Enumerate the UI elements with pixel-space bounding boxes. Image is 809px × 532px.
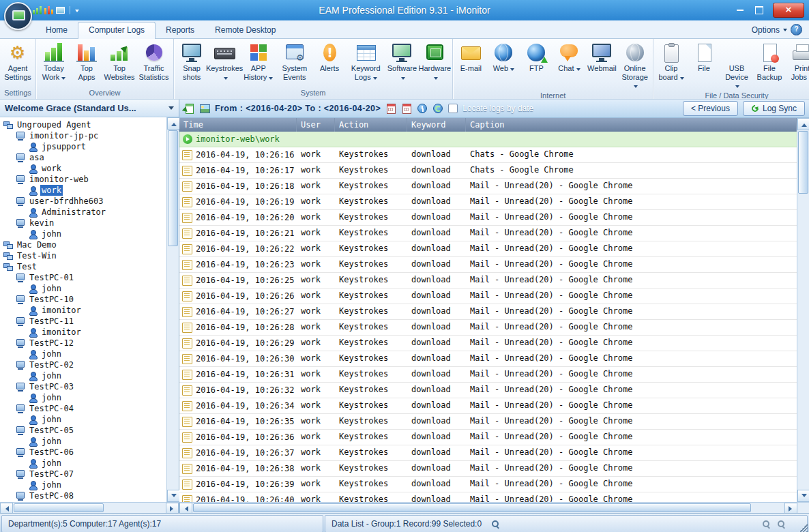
ribbon-button-web[interactable]: Web [487,40,520,74]
tree-item-john[interactable]: john [0,392,166,403]
save-image-icon[interactable] [199,103,210,114]
close-button[interactable]: × [773,3,804,18]
ribbon-button-agent-settings[interactable]: Agent Settings [1,40,34,83]
tree-item-john[interactable]: john [0,228,166,239]
ribbon-button-top-apps[interactable]: Top Apps [70,40,103,83]
sidebar-header[interactable]: Welcome Grace (Standard Us... [0,100,179,117]
tree-item-testpc-10[interactable]: TestPC-10 [0,294,166,305]
table-hscroll-track[interactable] [192,503,784,513]
tree-item-testpc-06[interactable]: TestPC-06 [0,447,166,458]
clock-icon[interactable] [417,103,428,114]
tree-item-test-win[interactable]: Test-Win [0,250,166,261]
tree-item-kevin[interactable]: kevin [0,218,166,228]
ribbon-button-chat[interactable]: Chat [553,40,585,74]
column-header-keyword[interactable]: Keyword [407,118,466,132]
table-row[interactable]: 2016-04-19, 10:26:26workKeystrokesdownlo… [179,289,797,304]
column-header-caption[interactable]: Caption [466,118,797,132]
ribbon-button-keyword-logs[interactable]: Keyword Logs [346,40,385,83]
ribbon-button-software[interactable]: Software [385,40,418,83]
tree-item-testpc-02[interactable]: TestPC-02 [0,359,166,370]
sidebar-scroll-thumb[interactable] [168,130,178,246]
tree-item-john[interactable]: john [0,479,166,490]
tree-item-john[interactable]: john [0,349,166,359]
tree-item-testpc-05[interactable]: TestPC-05 [0,425,166,436]
sidebar-scroll-up-button[interactable] [167,117,180,130]
quick-chart-colored-icon[interactable] [44,6,53,14]
sidebar-hscroll-track[interactable] [13,503,166,513]
table-scroll-thumb[interactable] [798,131,808,194]
tree-item-work[interactable]: work [0,163,166,174]
table-row[interactable]: 2016-04-19, 10:26:19workKeystrokesdownlo… [179,194,797,210]
table-hscroll-thumb[interactable] [193,503,751,512]
sidebar-scroll-track[interactable] [167,130,179,490]
table-row[interactable]: 2016-04-19, 10:26:40workKeystrokesdownlo… [179,492,797,502]
tree-item-imonitor[interactable]: imonitor [0,305,166,316]
table-row[interactable]: 2016-04-19, 10:26:31workKeystrokesdownlo… [179,367,797,383]
options-menu[interactable]: Options [752,25,780,35]
table-row[interactable]: 2016-04-19, 10:26:18workKeystrokesdownlo… [179,179,797,194]
ribbon-button-hardware[interactable]: Hardware [418,40,451,83]
zoom-in-icon[interactable] [777,520,786,529]
table-row[interactable]: 2016-04-19, 10:26:20workKeystrokesdownlo… [179,210,797,226]
table-row[interactable]: 2016-04-19, 10:26:36workKeystrokesdownlo… [179,430,797,445]
table-row[interactable]: 2016-04-19, 10:26:28workKeystrokesdownlo… [179,320,797,336]
table-row[interactable]: 2016-04-19, 10:26:17workKeystrokesdownlo… [179,163,797,179]
ribbon-button-clip-board[interactable]: Clip board [655,40,688,83]
table-row[interactable]: 2016-04-19, 10:26:29workKeystrokesdownlo… [179,336,797,351]
tree-item-administrator[interactable]: Administrator [0,207,166,218]
tree-item-testpc-12[interactable]: TestPC-12 [0,338,166,349]
tab-home[interactable]: Home [35,23,78,38]
tree-item-john[interactable]: john [0,414,166,425]
ribbon-button-system-events[interactable]: System Events [276,40,313,83]
table-row[interactable]: 2016-04-19, 10:26:25workKeystrokesdownlo… [179,273,797,289]
maximize-button[interactable] [750,3,769,17]
ribbon-button-file-backup[interactable]: File Backup [753,40,786,83]
tree-item-testpc-11[interactable]: TestPC-11 [0,316,166,327]
ribbon-button-webmail[interactable]: Webmail [585,40,618,74]
ribbon-button-online-storage[interactable]: Online Storage [618,40,651,91]
sidebar-horizontal-scrollbar[interactable] [0,502,179,513]
ribbon-button-app-history[interactable]: APP History [241,40,276,83]
tree-item-asa[interactable]: asa [0,152,166,163]
tree-item-imonitor[interactable]: imonitor [0,327,166,338]
calendar-to-icon[interactable] [401,103,412,114]
ribbon-button-print-jobs[interactable]: Print Jobs [786,40,809,83]
table-row[interactable]: 2016-04-19, 10:26:38workKeystrokesdownlo… [179,461,797,477]
ribbon-button-snap-shots[interactable]: Snap shots [175,40,208,83]
ribbon-button-keystrokes[interactable]: Keystrokes [208,40,241,83]
table-row[interactable]: 2016-04-19, 10:26:35workKeystrokesdownlo… [179,414,797,430]
tree-item-user-bfrdhhe603[interactable]: user-bfrdhhe603 [0,196,166,207]
table-row[interactable]: 2016-04-19, 10:26:34workKeystrokesdownlo… [179,398,797,414]
tree-item-testpc-03[interactable]: TestPC-03 [0,381,166,392]
table-row[interactable]: 2016-04-19, 10:26:23workKeystrokesdownlo… [179,257,797,273]
column-header-action[interactable]: Action [335,118,407,132]
ribbon-button-e-mail[interactable]: E-mail [454,40,487,74]
tree-item-testpc-01[interactable]: TestPC-01 [0,272,166,283]
table-scroll-track[interactable] [797,130,809,490]
ribbon-button-usb-device[interactable]: USB Device [720,40,753,91]
ribbon-button-today-work[interactable]: Today Work [38,40,70,83]
table-vertical-scrollbar[interactable] [797,118,809,502]
tree-item-john[interactable]: john [0,458,166,469]
tab-computer-logs[interactable]: Computer Logs [78,22,156,39]
tree-item-testpc-04[interactable]: TestPC-04 [0,403,166,414]
help-icon[interactable]: ? [791,24,802,35]
table-row[interactable]: 2016-04-19, 10:26:32workKeystrokesdownlo… [179,383,797,398]
status-search-icon[interactable] [491,520,500,529]
table-row[interactable]: 2016-04-19, 10:26:37workKeystrokesdownlo… [179,445,797,461]
sidebar-vertical-scrollbar[interactable] [166,117,179,502]
zoom-out-icon[interactable] [762,520,771,529]
tree-item-john[interactable]: john [0,370,166,381]
log-sync-button[interactable]: Log Sync [743,101,805,116]
tab-reports[interactable]: Reports [156,23,205,38]
tree-item-work[interactable]: work [0,185,166,196]
export-icon[interactable] [183,103,194,114]
tree-item-imonitor-jp-pc[interactable]: imonitor-jp-pc [0,130,166,141]
options-dropdown-arrow-icon[interactable] [783,29,787,33]
table-row[interactable]: 2016-04-19, 10:26:30workKeystrokesdownlo… [179,351,797,367]
table-row[interactable]: 2016-04-19, 10:26:16workKeystrokesdownlo… [179,147,797,163]
table-row[interactable]: 2016-04-19, 10:26:21workKeystrokesdownlo… [179,226,797,241]
table-row[interactable]: 2016-04-19, 10:26:39workKeystrokesdownlo… [179,477,797,492]
table-row[interactable]: 2016-04-19, 10:26:22workKeystrokesdownlo… [179,241,797,257]
tree-item-testpc-07[interactable]: TestPC-07 [0,469,166,479]
